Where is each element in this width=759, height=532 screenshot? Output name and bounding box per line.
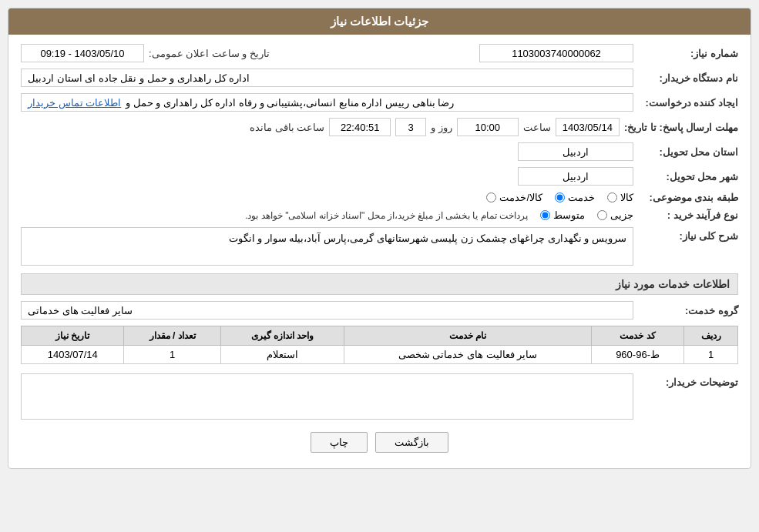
- creator-row: ایجاد کننده درخواست: رضا بناهی رییس ادار…: [21, 93, 738, 112]
- buyer-org-label: نام دستگاه خریدار:: [638, 72, 738, 84]
- deadline-remaining-label: ساعت باقی مانده: [250, 122, 324, 133]
- buyer-org-row: نام دستگاه خریدار: اداره کل راهداری و حم…: [21, 69, 738, 87]
- cell-unit: استعلام: [220, 346, 344, 364]
- kala-khedmat-label: کالا/خدمت: [499, 192, 542, 203]
- khedmat-label: خدمت: [568, 192, 595, 203]
- services-section-header: اطلاعات خدمات مورد نیاز: [21, 273, 738, 295]
- purchase-type-options: جزیی متوسط: [540, 209, 633, 221]
- city-row: شهر محل تحویل: اردبیل: [21, 167, 738, 186]
- print-button[interactable]: چاپ: [311, 432, 368, 453]
- kala-radio[interactable]: [607, 192, 617, 202]
- purchase-jozi: جزیی: [597, 209, 633, 221]
- jozi-label: جزیی: [610, 209, 633, 221]
- buyer-desc-textarea[interactable]: [21, 373, 633, 420]
- description-row: شرح کلی نیاز: سرویس و نگهداری چراغهای چش…: [21, 227, 738, 266]
- jozi-radio[interactable]: [597, 210, 607, 220]
- date-range-value: 1403/05/10 - 09:19: [21, 44, 144, 62]
- niaz-number-row: شماره نیاز: 1103003740000062 تاریخ و ساع…: [21, 44, 738, 62]
- button-row: بازگشت چاپ: [21, 432, 738, 453]
- category-kala: کالا: [607, 192, 633, 203]
- purchase-type-label: نوع فرآیند خرید :: [638, 209, 738, 221]
- city-label: شهر محل تحویل:: [638, 171, 738, 182]
- kala-khedmat-radio[interactable]: [486, 192, 496, 202]
- creator-label: ایجاد کننده درخواست:: [638, 97, 738, 109]
- creator-value: رضا بناهی رییس اداره منابع انسانی،پشتیبا…: [126, 97, 454, 109]
- motavasset-label: متوسط: [553, 209, 585, 221]
- deadline-row: مهلت ارسال پاسخ: تا تاریخ: 1403/05/14 سا…: [21, 118, 738, 136]
- category-kala-khedmat: کالا/خدمت: [486, 192, 542, 203]
- main-card: جزئیات اطلاعات نیاز شماره نیاز: 11030037…: [8, 8, 751, 469]
- buyer-desc-row: توضیحات خریدار:: [21, 373, 738, 420]
- city-value: اردبیل: [518, 167, 633, 186]
- deadline-days-label: روز و: [431, 122, 452, 133]
- deadline-remaining: 22:40:51: [329, 118, 391, 136]
- deadline-time: 10:00: [457, 118, 519, 136]
- purchase-motavasset: متوسط: [540, 209, 585, 221]
- kala-label: کالا: [620, 192, 633, 203]
- back-button[interactable]: بازگشت: [375, 432, 448, 453]
- niaz-number-value: 1103003740000062: [479, 44, 633, 62]
- khedmat-radio[interactable]: [555, 192, 565, 202]
- deadline-time-label: ساعت: [523, 122, 551, 133]
- deadline-label: مهلت ارسال پاسخ: تا تاریخ:: [624, 122, 738, 133]
- creator-value-box: رضا بناهی رییس اداره منابع انسانی،پشتیبا…: [21, 93, 633, 112]
- col-name: نام خدمت: [344, 326, 592, 346]
- category-row: طبقه بندی موضوعی: کالا خدمت کالا/خدمت: [21, 192, 738, 203]
- cell-qty: 1: [124, 346, 220, 364]
- page-wrapper: جزئیات اطلاعات نیاز شماره نیاز: 11030037…: [0, 0, 759, 532]
- service-group-label: گروه خدمت:: [638, 305, 738, 316]
- buyer-desc-label: توضیحات خریدار:: [638, 373, 738, 388]
- motavasset-radio[interactable]: [540, 210, 550, 220]
- deadline-date: 1403/05/14: [556, 118, 620, 136]
- category-options: کالا خدمت کالا/خدمت: [486, 192, 633, 203]
- niaz-number-label: شماره نیاز:: [638, 48, 738, 59]
- category-khedmat: خدمت: [555, 192, 595, 203]
- col-qty: تعداد / مقدار: [124, 326, 220, 346]
- cell-row: 1: [684, 346, 738, 364]
- cell-date: 1403/07/14: [22, 346, 124, 364]
- province-value: اردبیل: [518, 142, 633, 161]
- cell-name: سایر فعالیت های خدماتی شخصی: [344, 346, 592, 364]
- services-table: ردیف کد خدمت نام خدمت واحد اندازه گیری ت…: [21, 326, 738, 364]
- buyer-org-value: اداره کل راهداری و حمل و نقل جاده ای است…: [21, 69, 633, 87]
- purchase-note: پرداخت تمام یا بخشی از مبلغ خرید،از محل …: [245, 210, 528, 221]
- card-body: شماره نیاز: 1103003740000062 تاریخ و ساع…: [8, 35, 751, 468]
- col-date: تاریخ نیاز: [22, 326, 124, 346]
- creator-link[interactable]: اطلاعات تماس خریدار: [28, 97, 121, 109]
- col-code: کد خدمت: [592, 326, 684, 346]
- date-range-label: تاریخ و ساعت اعلان عمومی:: [149, 48, 270, 59]
- col-row: ردیف: [684, 326, 738, 346]
- service-group-row: گروه خدمت: سایر فعالیت های خدماتی: [21, 301, 738, 320]
- col-unit: واحد اندازه گیری: [220, 326, 344, 346]
- province-row: استان محل تحویل: اردبیل: [21, 142, 738, 161]
- purchase-type-row: نوع فرآیند خرید : جزیی متوسط پرداخت تمام…: [21, 209, 738, 221]
- description-value: سرویس و نگهداری چراغهای چشمک زن پلیسی شه…: [21, 227, 633, 266]
- card-header: جزئیات اطلاعات نیاز: [8, 8, 751, 35]
- table-row: 1 ط-96-960 سایر فعالیت های خدماتی شخصی ا…: [22, 346, 738, 364]
- page-title: جزئیات اطلاعات نیاز: [331, 15, 428, 28]
- description-label: شرح کلی نیاز:: [638, 227, 738, 242]
- service-group-value: سایر فعالیت های خدماتی: [21, 301, 633, 320]
- province-label: استان محل تحویل:: [638, 146, 738, 158]
- deadline-days: 3: [395, 118, 426, 136]
- cell-code: ط-96-960: [592, 346, 684, 364]
- category-label: طبقه بندی موضوعی:: [638, 192, 738, 203]
